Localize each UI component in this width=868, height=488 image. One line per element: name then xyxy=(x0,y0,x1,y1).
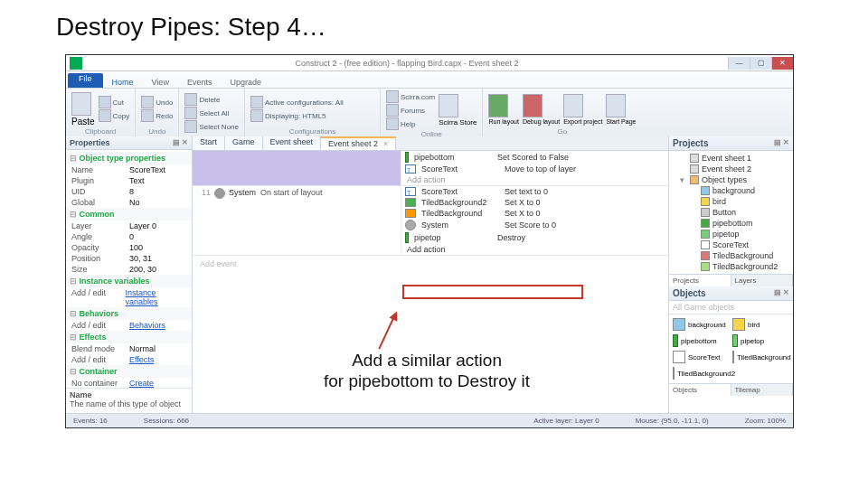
objects-close-icon[interactable]: ▤ ✕ xyxy=(774,288,789,298)
paste-button[interactable] xyxy=(71,92,95,116)
run-button[interactable] xyxy=(488,94,518,117)
prop-effects-link[interactable]: Effects xyxy=(129,355,154,364)
projects-close-icon[interactable]: ▤ ✕ xyxy=(774,138,789,148)
tab-layers[interactable]: Layers xyxy=(731,275,794,286)
prop-behaviors-link[interactable]: Behaviors xyxy=(129,321,165,330)
tab-close-icon[interactable]: × xyxy=(383,139,388,148)
tree-node[interactable]: TiledBackground xyxy=(673,250,789,261)
prop-container-link[interactable]: Create xyxy=(129,379,154,388)
object-item[interactable]: pipebottom xyxy=(673,334,729,347)
export-label: Export project xyxy=(563,118,602,125)
store-button[interactable] xyxy=(439,94,476,117)
undo-icon xyxy=(141,96,154,108)
tree-node[interactable]: bird xyxy=(673,196,789,207)
ribbon-tab-home[interactable]: Home xyxy=(103,77,143,88)
help-link[interactable]: Help xyxy=(386,117,435,130)
selectall-icon xyxy=(184,107,197,119)
event-block[interactable]: 11 System On start of layout ScoreTextSe… xyxy=(193,186,668,256)
startpage-label: Start Page xyxy=(606,118,636,125)
prop-instvars-link[interactable]: Instance variables xyxy=(126,288,186,306)
file-tab[interactable]: File xyxy=(68,73,103,88)
prop-blend[interactable]: Normal xyxy=(129,344,156,353)
object-item[interactable]: TiledBackground xyxy=(732,351,788,363)
action-row[interactable]: SystemSet Score to 0 xyxy=(401,219,668,231)
prop-size[interactable]: 200, 30 xyxy=(129,265,156,274)
status-mouse: Mouse: (95.0, -11.1, 0) xyxy=(636,417,709,425)
action-row[interactable]: ScoreTextSet text to 0 xyxy=(401,186,668,197)
tree-node[interactable]: Event sheet 1 xyxy=(673,153,789,164)
tab-tilemap[interactable]: Tilemap xyxy=(731,384,794,396)
prop-angle[interactable]: 0 xyxy=(129,232,134,241)
object-item[interactable]: background xyxy=(673,318,729,331)
tree-node[interactable]: ScoreText xyxy=(673,239,789,250)
selectnone-button[interactable]: Select None xyxy=(184,120,239,133)
selectnone-icon xyxy=(184,120,197,133)
copy-button[interactable]: Copy xyxy=(99,109,130,122)
startpage-button[interactable] xyxy=(606,94,636,117)
export-button[interactable] xyxy=(563,94,602,117)
tab-eventsheet2[interactable]: Event sheet 2× xyxy=(321,136,396,150)
objects-filter[interactable]: All Game objects xyxy=(669,301,793,314)
tab-objects[interactable]: Objects xyxy=(669,384,731,396)
callout-arrow xyxy=(394,314,430,351)
undo-group-label: Undo xyxy=(141,127,173,136)
tab-eventsheet[interactable]: Event sheet xyxy=(263,136,322,150)
properties-panel: Properties▤ ✕ Object type properties Nam… xyxy=(66,136,193,413)
ribbon-tab-view[interactable]: View xyxy=(143,77,178,88)
project-tree[interactable]: Event sheet 1Event sheet 2▾Object typesb… xyxy=(669,151,793,274)
status-bar: Events: 16 Sessions: 666 Active layer: L… xyxy=(66,413,793,427)
prop-footer: NameThe name of this type of object xyxy=(66,388,192,413)
tab-start[interactable]: Start xyxy=(193,136,225,150)
prop-cat-beh: Behaviors xyxy=(66,307,192,320)
app-icon xyxy=(70,57,82,70)
tree-node[interactable]: background xyxy=(673,185,789,196)
maximize-button[interactable]: ▢ xyxy=(750,57,771,70)
tree-node[interactable]: Event sheet 2 xyxy=(673,164,789,174)
forums-link[interactable]: Forums xyxy=(386,104,435,117)
object-item[interactable]: bird xyxy=(732,318,788,331)
tree-node[interactable]: pipebottom xyxy=(673,218,789,229)
tree-node[interactable]: pipetop xyxy=(673,229,789,239)
tree-node[interactable]: ▾Object types xyxy=(673,174,789,185)
prop-global[interactable]: No xyxy=(129,198,140,207)
action-row[interactable]: ScoreTextMove to top of layer xyxy=(401,164,668,174)
properties-close-icon[interactable]: ▤ ✕ xyxy=(173,138,188,147)
redo-button[interactable]: Redo xyxy=(141,109,173,122)
add-action-link-highlighted[interactable]: Add action xyxy=(401,244,668,255)
add-event-link[interactable]: Add event xyxy=(193,256,668,272)
action-row[interactable]: TiledBackgroundSet X to 0 xyxy=(401,208,668,219)
add-action-link[interactable]: Add action xyxy=(401,174,668,185)
config-group-label: Configurations xyxy=(250,127,374,136)
action-row[interactable]: pipetopDestroy xyxy=(401,231,668,244)
prop-name[interactable]: ScoreText xyxy=(129,165,165,174)
action-row[interactable]: TiledBackground2Set X to 0 xyxy=(401,197,668,208)
tab-game[interactable]: Game xyxy=(225,136,263,150)
object-item[interactable]: ScoreText xyxy=(673,351,729,363)
callout-text: Add a similar action for pipebottom to D… xyxy=(324,351,530,392)
displaying-config[interactable]: Displaying: HTML5 xyxy=(250,109,374,122)
prop-opacity[interactable]: 100 xyxy=(129,243,143,252)
minimize-button[interactable]: — xyxy=(728,57,750,70)
paste-label: Paste xyxy=(71,117,95,127)
prop-layer[interactable]: Layer 0 xyxy=(129,221,156,230)
selectall-button[interactable]: Select All xyxy=(184,107,239,119)
tree-node[interactable]: Button xyxy=(673,207,789,218)
debug-label: Debug layout xyxy=(523,118,560,125)
scirra-link[interactable]: Scirra.com xyxy=(386,90,435,103)
close-button[interactable]: ✕ xyxy=(771,57,793,70)
tab-projects[interactable]: Projects xyxy=(669,275,731,286)
ribbon-tab-events[interactable]: Events xyxy=(178,77,222,88)
debug-button[interactable] xyxy=(523,94,560,117)
ribbon-tab-upgrade[interactable]: Upgrade xyxy=(221,77,270,88)
object-item[interactable]: TiledBackground2 xyxy=(673,367,729,380)
prop-position[interactable]: 30, 31 xyxy=(129,254,152,263)
tree-node[interactable]: TiledBackground2 xyxy=(673,261,789,272)
event-block[interactable]: pipebottomSet Scored to False ScoreTextM… xyxy=(193,151,668,186)
object-item[interactable]: pipetop xyxy=(732,334,788,347)
undo-button[interactable]: Undo xyxy=(141,96,173,108)
action-row[interactable]: pipebottomSet Scored to False xyxy=(401,151,668,164)
cut-button[interactable]: Cut xyxy=(99,96,130,108)
active-config[interactable]: Active configurations: All xyxy=(250,96,374,108)
gear-icon xyxy=(214,188,225,199)
delete-button[interactable]: Delete xyxy=(184,93,239,106)
